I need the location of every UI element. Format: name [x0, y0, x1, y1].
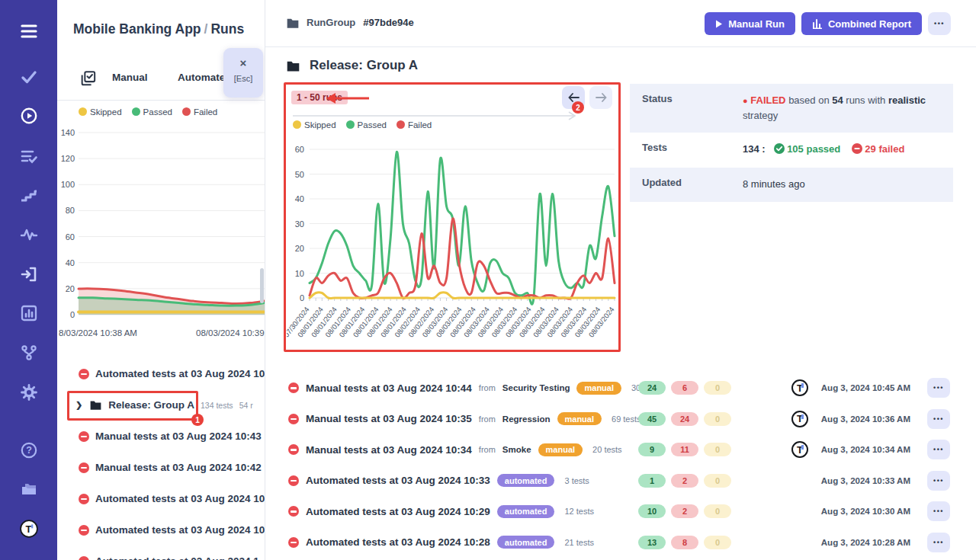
group-title: Release: Group A: [310, 58, 418, 73]
breadcrumb-separator: /: [201, 21, 211, 37]
sign-in-icon[interactable]: [19, 264, 39, 284]
chart-next-button[interactable]: [589, 86, 612, 109]
activity-icon[interactable]: [19, 225, 39, 245]
failed-status-icon: [288, 475, 299, 486]
failed-status-icon: [79, 556, 89, 560]
sidebar-group-row[interactable]: ❯ Release: Group A 134 tests54 r: [57, 389, 265, 421]
run-more-button[interactable]: •••: [927, 378, 950, 398]
play-circle-icon[interactable]: [19, 106, 39, 126]
run-more-button[interactable]: •••: [927, 533, 950, 552]
run-type-badge: automated: [497, 536, 555, 549]
bar-chart-icon[interactable]: [19, 303, 39, 323]
run-title: Automated tests at 03 Aug 2024 10: [95, 524, 265, 536]
failed-status-icon: [79, 494, 89, 504]
project-title[interactable]: Mobile Banking App: [73, 21, 201, 37]
sidebar-run-row[interactable]: Automated tests at 03 Aug 2024 10: [57, 358, 265, 389]
rungroup-breadcrumb: RunGroup #97bde94e: [287, 17, 414, 28]
menu-icon[interactable]: [19, 21, 39, 41]
rungroup-id: #97bde94e: [363, 17, 414, 28]
testomat-reporter-icon: T: [791, 411, 808, 427]
steps-icon[interactable]: [19, 185, 39, 205]
chevron-right-icon[interactable]: ❯: [75, 400, 82, 410]
run-source: Security Testing: [502, 383, 570, 392]
status-label: Status: [630, 84, 743, 133]
run-timestamp: Aug 3, 2024 10:36 AM: [821, 414, 910, 424]
failed-status-icon: [79, 525, 89, 536]
result-pills: 24 6 0: [638, 381, 731, 395]
failed-status-icon: [288, 414, 299, 424]
report-chart-icon: [812, 19, 823, 29]
tests-value: 134 : 105 passed 29 failed: [743, 133, 953, 168]
updated-value: 8 minutes ago: [743, 168, 953, 201]
testomat-logo-icon[interactable]: T: [16, 516, 42, 542]
failed-pill: 2: [671, 504, 698, 518]
skipped-pill: 0: [704, 504, 731, 518]
failed-pill: 24: [671, 412, 698, 426]
sidebar-run-row[interactable]: Automated tests at 03 Aug 2024 10: [57, 483, 265, 514]
run-title: Automated tests at 03 Aug 2024 10: [95, 368, 265, 379]
run-more-button[interactable]: •••: [927, 440, 950, 459]
svg-text:30: 30: [295, 219, 304, 229]
failed-pill: 8: [671, 536, 698, 549]
group-title: Release: Group A: [108, 399, 194, 411]
legend-skipped: Skipped: [293, 120, 336, 130]
runs-tab-icon[interactable]: [79, 70, 96, 87]
esc-dismiss-button[interactable]: × [Esc]: [223, 48, 263, 98]
sidebar-run-row[interactable]: Manual tests at 03 Aug 2024 10:42: [57, 452, 265, 483]
svg-text:40: 40: [66, 258, 75, 267]
check-icon[interactable]: [19, 67, 39, 87]
run-row-main: Automated tests at 03 Aug 2024 10:33 aut…: [288, 466, 589, 497]
run-more-button[interactable]: •••: [927, 409, 950, 429]
run-more-button[interactable]: •••: [927, 471, 950, 491]
run-row-main: Manual tests at 03 Aug 2024 10:34 from S…: [288, 434, 622, 466]
help-icon[interactable]: ?: [19, 440, 39, 460]
folders-icon[interactable]: [19, 479, 39, 499]
git-branch-icon[interactable]: [19, 343, 39, 363]
result-pills: 10 2 0: [638, 504, 731, 518]
scrollbar-thumb[interactable]: [260, 268, 264, 303]
run-more-button[interactable]: •••: [927, 501, 950, 521]
status-row: Status ● FAILED based on 54 runs with re…: [630, 84, 953, 133]
run-row[interactable]: Manual tests at 03 Aug 2024 10:44 from S…: [265, 373, 976, 404]
run-title: Automated tests at 03 Aug 2024 10: [95, 493, 265, 504]
tab-manual[interactable]: Manual: [112, 72, 148, 83]
sidebar-run-row[interactable]: Automated tests at 03 Aug 2024 1: [57, 546, 265, 560]
manual-run-button[interactable]: Manual Run: [705, 12, 795, 35]
runs-sidebar-list: Automated tests at 03 Aug 2024 10 ❯ Rele…: [57, 358, 265, 560]
app-window: ? T Mobile Banking App/Runs Manual Autom…: [0, 0, 976, 560]
run-row-main: Automated tests at 03 Aug 2024 10:28 aut…: [288, 527, 594, 558]
passed-pill: 24: [638, 381, 666, 395]
failed-pill: 11: [671, 443, 698, 456]
failed-status-icon: [288, 537, 299, 548]
sidebar-run-row[interactable]: Automated tests at 03 Aug 2024 10: [57, 514, 265, 546]
folder-icon: [287, 18, 299, 28]
list-check-icon[interactable]: [19, 146, 39, 166]
legend-passed: Passed: [132, 107, 172, 117]
run-row[interactable]: Automated tests at 03 Aug 2024 10:28 aut…: [265, 527, 976, 558]
divider: [57, 100, 265, 101]
run-source: Regression: [502, 414, 551, 424]
run-row[interactable]: Manual tests at 03 Aug 2024 10:35 from R…: [265, 404, 976, 435]
sidebar-run-row[interactable]: Manual tests at 03 Aug 2024 10:43: [57, 421, 265, 452]
run-row[interactable]: Automated tests at 03 Aug 2024 10:33 aut…: [265, 466, 976, 497]
gear-icon[interactable]: [19, 382, 39, 402]
combined-report-button[interactable]: Combined Report: [801, 12, 922, 35]
breadcrumb: Mobile Banking App/Runs: [73, 21, 244, 37]
run-row[interactable]: Manual tests at 03 Aug 2024 10:34 from S…: [265, 434, 976, 466]
folder-icon: [90, 400, 101, 410]
run-row[interactable]: Automated tests at 03 Aug 2024 10:29 aut…: [265, 496, 976, 527]
legend-failed: Failed: [182, 107, 217, 117]
x-label-end: 08/03/2024 10:39: [196, 328, 265, 338]
updated-label: Updated: [630, 168, 743, 201]
main-chart-legend: Skipped Passed Failed: [293, 120, 432, 130]
run-type-badge: automated: [497, 474, 555, 487]
failed-dot-icon: [396, 120, 405, 129]
rungroup-topbar: RunGroup #97bde94e Manual Run Combined R…: [265, 0, 976, 47]
more-options-button[interactable]: •••: [928, 12, 951, 35]
result-pills: 45 24 0: [638, 412, 731, 426]
close-icon[interactable]: ×: [223, 57, 263, 69]
passed-pill: 13: [638, 536, 666, 549]
svg-text:20: 20: [66, 284, 75, 293]
run-title: Automated tests at 03 Aug 2024 10:28: [306, 536, 490, 548]
failed-pill: 2: [671, 474, 698, 488]
